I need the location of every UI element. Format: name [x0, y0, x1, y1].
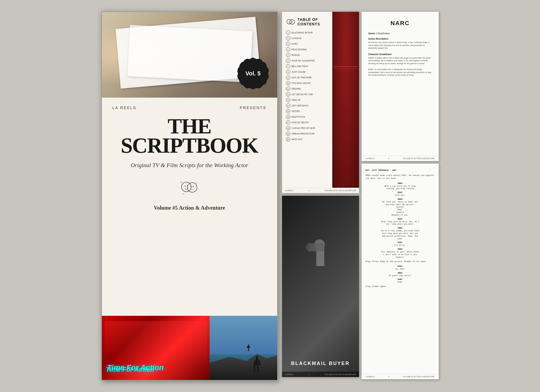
publisher-name: LA REELS	[113, 106, 137, 110]
toc-number: 17	[286, 120, 290, 125]
genre-label: Genre: Crime/Drama	[368, 32, 432, 35]
svg-text:✦: ✦	[180, 181, 182, 183]
dialogue-7: Your immunity is gone. Which means I don…	[366, 251, 435, 259]
toc-item-label: SAVE MY DAUGHTER	[292, 59, 315, 62]
toc-item-label: SISTER	[292, 110, 300, 113]
bottom-spread-background	[282, 196, 359, 377]
list-item: 11 DRIVING	[286, 87, 328, 91]
bottom-footer-separator: ✕	[308, 373, 310, 375]
character-name-10: EDDY	[366, 278, 435, 280]
dialogue-6: I'm sorry.	[366, 244, 435, 247]
bottom-footer-right: VOLUME #5 ACTION & ADVENTURE	[325, 374, 356, 375]
toc-item-label: CAPISCE	[292, 37, 302, 40]
list-item: 12 LET ME DO MY JOB	[286, 92, 328, 97]
bottom-spread-title: BLACKMAIL BUYER	[282, 361, 359, 366]
list-item: 16 NIGHTSTICK	[286, 115, 328, 119]
overview-footer-sep: ✕	[388, 157, 389, 160]
list-item: 17 KISS OF DEATH	[286, 120, 328, 125]
toc-item-label: NIGHTSTICK	[292, 116, 305, 118]
toc-footer-separator: ✕	[308, 190, 310, 192]
svg-point-11	[288, 21, 289, 21]
toc-number: 9	[286, 75, 290, 80]
toc-number: 10	[286, 81, 290, 85]
toc-item-label: URBAN PROTECTOR	[292, 132, 314, 135]
toc-number: 5	[286, 53, 290, 57]
presents-label: PRESENTS	[240, 106, 266, 110]
character-name-4: EDDY	[366, 218, 435, 220]
toc-content: TABLE OFCONTENTS 1 BLACKMAIL BUYER 2 CAP…	[282, 12, 359, 193]
svg-point-5	[193, 186, 194, 187]
cover-bottom-images: Time For Action	[102, 316, 277, 380]
toc-item-label: TIED UP	[292, 99, 301, 101]
cover-middle: LA REELS PRESENTS THE SCRIPTBOOK Origina…	[102, 98, 277, 316]
svg-point-14	[292, 21, 293, 22]
toc-number: 3	[286, 42, 290, 46]
action-line-1: GREG chases down crack addict EDDY. He s…	[366, 174, 435, 180]
toc-item-label: LET ME DO MY JOB	[292, 93, 313, 96]
list-item: 7 BEX AND TROY	[286, 64, 328, 68]
toc-item-label: OUT OF THE PARK	[292, 76, 312, 79]
dialogue-1: When a cop tells you to stop running, yo…	[366, 185, 435, 190]
toc-number: 13	[286, 98, 290, 102]
script-overview-footer: LA REELS ✕ VOLUME #5 ACTION & ADVENTURE	[362, 156, 439, 161]
scene-desc-label: Scene description:	[368, 37, 432, 40]
svg-point-2	[185, 186, 186, 187]
list-item: 10 TOO BAD OSCAR	[286, 81, 328, 85]
cover-top-image: Vol. 5	[102, 12, 277, 98]
toc-list: 1 BLACKMAIL BUYER 2 CAPISCE 3 NARC. 4	[286, 30, 328, 141]
character-name-8: EDDY	[366, 265, 435, 267]
toc-item-label: NICE GUY	[292, 138, 303, 141]
list-item: 6 SAVE MY DAUGHTER	[286, 59, 328, 63]
toc-item-label: DRIVING	[292, 87, 301, 90]
toc-header: TABLE OFCONTENTS	[286, 17, 328, 26]
character-name-2: EDDY	[366, 191, 435, 194]
toc-left: TABLE OFCONTENTS 1 BLACKMAIL BUYER 2 CAP…	[282, 12, 332, 193]
toc-footer: LA REELS ✕ VOLUME #5 ACTION & ADVENTURE	[282, 188, 359, 193]
list-item: 8 JUST CAUSE	[286, 70, 328, 74]
toc-number: 14	[286, 103, 290, 108]
svg-text:✦: ✦	[196, 182, 198, 184]
content-footer-right: VOLUME #5 ACTION & ADVENTURE	[403, 376, 435, 378]
character-name-9: GREG	[366, 272, 435, 274]
toc-number: 15	[286, 109, 290, 113]
toc-item-label: NARC.	[292, 43, 299, 45]
svg-point-10	[290, 20, 295, 24]
toc-number: 4	[286, 47, 290, 52]
toc-footer-left: LA REELS	[285, 190, 294, 191]
dialogue-3: No. Fuck you. Henry is dead. Did you kno…	[366, 201, 435, 217]
svg-point-3	[187, 186, 188, 187]
toc-item-label: TOO BAD OSCAR	[292, 82, 311, 84]
list-item: 4 PEACOCKING	[286, 47, 328, 52]
bottom-spread-page: BLACKMAIL BUYER LA REELS ✕ VOLUME #5 ACT…	[282, 195, 359, 377]
toc-number: 19	[286, 132, 290, 136]
character-name-5: GREG	[366, 227, 435, 229]
bottom-footer-left: LA REELS	[285, 374, 294, 375]
script-overview-title: NARC	[368, 20, 432, 27]
toc-item-label: BEX AND TROY	[292, 65, 308, 68]
toc-item-label: CASUALTIES OF WAR	[292, 127, 315, 129]
dialogue-5: You're a real dummy, you know that? Sure…	[366, 230, 435, 240]
toc-number: 16	[286, 115, 290, 119]
content-footer-left: LA REELS	[366, 376, 375, 378]
dialogue-2: Fuck you.	[366, 194, 435, 197]
bottom-image-action: Time For Action	[102, 316, 210, 380]
script-content-footer: LA REELS ✕ VOLUME #5 ACTION & ADVENTURE	[362, 374, 439, 379]
list-item: 1 BLACKMAIL BUYER	[286, 30, 328, 35]
middle-pages: TABLE OFCONTENTS 1 BLACKMAIL BUYER 2 CAP…	[282, 11, 359, 377]
list-item: 9 OUT OF THE PARK	[286, 75, 328, 80]
list-item: 14 GET HER BACK	[286, 103, 328, 108]
bottom-image-silhouette	[210, 316, 277, 380]
character-name-6: EDDY	[366, 241, 435, 244]
publisher-row: LA REELS PRESENTS	[113, 106, 267, 110]
list-item: 18 CASUALTIES OF WAR	[286, 126, 328, 130]
toc-number: 8	[286, 70, 290, 74]
theater-overlay	[332, 12, 359, 193]
toc-number: 1	[286, 30, 290, 35]
script-content-page: EXT. CITY SIDEWALK - DAY GREG chases dow…	[361, 163, 439, 379]
toc-item-label: ROGUE	[292, 54, 300, 56]
bottom-spread-footer: LA REELS ✕ VOLUME #5 ACTION & ADVENTURE	[282, 372, 359, 377]
greg-char-text: GREG: A police officer who is filled wit…	[368, 57, 432, 65]
toc-number: 6	[286, 59, 290, 63]
toc-item-label: BLACKMAIL BUYER	[292, 31, 313, 34]
list-item: 15 SISTER	[286, 109, 328, 113]
